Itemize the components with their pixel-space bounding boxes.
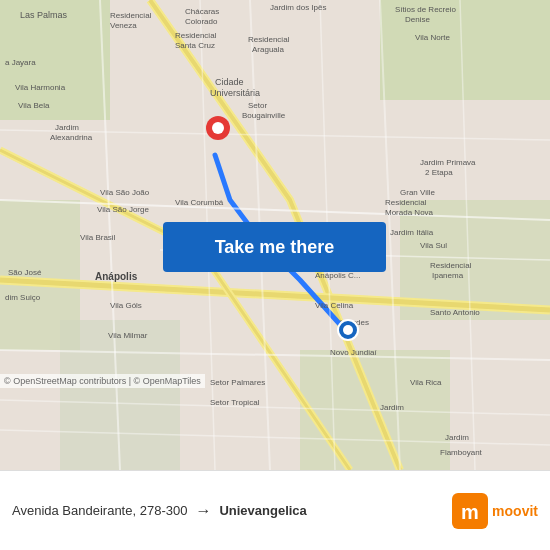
svg-text:Santa Cruz: Santa Cruz <box>175 41 215 50</box>
svg-text:Vila Brasil: Vila Brasil <box>80 233 116 242</box>
moovit-text: moovit <box>492 503 538 519</box>
origin-text: Avenida Bandeirante, 278-300 <box>12 503 187 518</box>
svg-text:Jardim Itália: Jardim Itália <box>390 228 434 237</box>
svg-text:Residencial: Residencial <box>248 35 290 44</box>
svg-text:Vila Celina: Vila Celina <box>315 301 354 310</box>
take-me-there-button[interactable]: Take me there <box>163 222 386 272</box>
svg-text:Santo Antonio: Santo Antonio <box>430 308 480 317</box>
svg-text:Vila Góls: Vila Góls <box>110 301 142 310</box>
svg-text:dim Suiço: dim Suiço <box>5 293 41 302</box>
svg-text:Jardim: Jardim <box>380 403 404 412</box>
svg-text:Denise: Denise <box>405 15 430 24</box>
svg-text:Anápolis: Anápolis <box>95 271 138 282</box>
svg-text:Morada Nova: Morada Nova <box>385 208 434 217</box>
svg-text:Setor: Setor <box>248 101 267 110</box>
svg-text:Vila Rica: Vila Rica <box>410 378 442 387</box>
svg-text:Alexandrina: Alexandrina <box>50 133 93 142</box>
svg-text:Setor Tropical: Setor Tropical <box>210 398 260 407</box>
svg-text:Veneza: Veneza <box>110 21 137 30</box>
svg-text:Gran Ville: Gran Ville <box>400 188 436 197</box>
svg-text:Residencial: Residencial <box>385 198 427 207</box>
svg-text:Jardim: Jardim <box>445 433 469 442</box>
svg-text:Universitária: Universitária <box>210 88 260 98</box>
svg-text:Vila Harmonia: Vila Harmonia <box>15 83 66 92</box>
svg-text:Vila São Jorge: Vila São Jorge <box>97 205 149 214</box>
svg-point-72 <box>212 122 224 134</box>
route-info: Avenida Bandeirante, 278-300 → Unievange… <box>12 502 452 520</box>
svg-text:Residencial: Residencial <box>430 261 472 270</box>
svg-text:Novo Jundiaí: Novo Jundiaí <box>330 348 377 357</box>
svg-text:Ipanema: Ipanema <box>432 271 464 280</box>
map-attribution: © OpenStreetMap contributors | © OpenMap… <box>0 374 205 388</box>
moovit-icon: m <box>452 493 488 529</box>
svg-text:Vila Corumbá: Vila Corumbá <box>175 198 224 207</box>
arrow-icon: → <box>195 502 211 520</box>
svg-text:a Jayara: a Jayara <box>5 58 36 67</box>
bottom-bar: Avenida Bandeirante, 278-300 → Unievange… <box>0 470 550 550</box>
svg-text:Jardim: Jardim <box>55 123 79 132</box>
svg-text:Bougainville: Bougainville <box>242 111 286 120</box>
svg-text:Vila Norte: Vila Norte <box>415 33 451 42</box>
svg-text:Las Palmas: Las Palmas <box>20 10 68 20</box>
svg-text:Vila Milmar: Vila Milmar <box>108 331 148 340</box>
svg-text:Vila Bela: Vila Bela <box>18 101 50 110</box>
destination-text: Unievangelica <box>219 503 306 518</box>
svg-point-74 <box>343 325 353 335</box>
svg-text:Vila Sul: Vila Sul <box>420 241 447 250</box>
svg-text:Setor Palmares: Setor Palmares <box>210 378 265 387</box>
map-container: Las Palmas Residencial Veneza Chácaras C… <box>0 0 550 470</box>
svg-text:Cidade: Cidade <box>215 77 244 87</box>
svg-text:Flamboyant: Flamboyant <box>440 448 483 457</box>
svg-text:Vila São João: Vila São João <box>100 188 150 197</box>
svg-text:Sítios de Recreio: Sítios de Recreio <box>395 5 456 14</box>
svg-text:Jardim dos Ipês: Jardim dos Ipês <box>270 3 326 12</box>
svg-text:Anápolis C...: Anápolis C... <box>315 271 360 280</box>
svg-text:Residencial: Residencial <box>110 11 152 20</box>
svg-text:São José: São José <box>8 268 42 277</box>
svg-text:Jardim Primava: Jardim Primava <box>420 158 476 167</box>
svg-text:2 Etapa: 2 Etapa <box>425 168 453 177</box>
moovit-logo: m moovit <box>452 493 538 529</box>
svg-text:Colorado: Colorado <box>185 17 218 26</box>
svg-text:m: m <box>461 501 479 523</box>
svg-text:Araguala: Araguala <box>252 45 285 54</box>
svg-text:Residencial: Residencial <box>175 31 217 40</box>
svg-text:Chácaras: Chácaras <box>185 7 219 16</box>
